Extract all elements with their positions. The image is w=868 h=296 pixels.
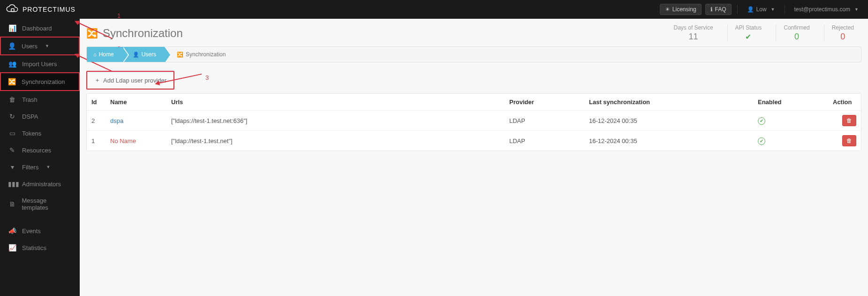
stats-icon: 📈 bbox=[8, 244, 16, 251]
breadcrumb-label: Home bbox=[99, 51, 114, 58]
cell-id: 1 bbox=[87, 131, 106, 151]
topbar: PROTECTIMUS ☀Licensing ℹFAQ 👤Low▼ test@p… bbox=[0, 0, 868, 19]
status-menu[interactable]: 👤Low▼ bbox=[743, 6, 779, 13]
status-label: Low bbox=[756, 6, 767, 13]
plus-icon: ＋ bbox=[94, 76, 100, 84]
divider bbox=[0, 216, 80, 222]
sidebar-item-resources[interactable]: ✎Resources bbox=[0, 142, 80, 159]
separator bbox=[785, 5, 785, 14]
refresh-icon: ↻ bbox=[8, 113, 16, 120]
table-body: 2dspa["ldaps://test-1.test.net:636"]LDAP… bbox=[87, 111, 861, 151]
sidebar-item-filters[interactable]: ▾Filters▼ bbox=[0, 159, 80, 175]
sidebar-item-trash[interactable]: 🗑Trash bbox=[0, 91, 80, 108]
cell-last-sync: 16-12-2024 00:35 bbox=[584, 111, 753, 131]
stats-bar: Days of Service 11 API Status ✔ Confirme… bbox=[666, 24, 861, 42]
stat-label: Days of Service bbox=[674, 24, 713, 31]
trash-icon: 🗑 bbox=[846, 117, 852, 124]
megaphone-icon: 📣 bbox=[8, 227, 16, 235]
separator bbox=[737, 5, 738, 14]
sidebar-label: Synchronization bbox=[22, 78, 65, 85]
sidebar-item-dspa[interactable]: ↻DSPA bbox=[0, 108, 80, 125]
sync-icon: 🔀 bbox=[86, 28, 98, 39]
faq-button[interactable]: ℹFAQ bbox=[705, 4, 732, 15]
user-icon: 👤 bbox=[133, 52, 139, 58]
sidebar-item-administrators[interactable]: ▮▮▮Administrators bbox=[0, 175, 80, 192]
breadcrumb-current: 🔀Synchronization bbox=[165, 47, 234, 62]
check-circle-icon: ✔ bbox=[758, 137, 765, 145]
brand-logo[interactable]: PROTECTIMUS bbox=[6, 4, 75, 15]
cell-enabled: ✔ bbox=[753, 131, 828, 151]
sidebar-item-message-templates[interactable]: 🗎Message templates bbox=[0, 192, 80, 216]
topbar-right: ☀Licensing ℹFAQ 👤Low▼ test@protectimus.c… bbox=[660, 4, 862, 15]
stat-value: 0 bbox=[784, 32, 809, 42]
chevron-down-icon: ▼ bbox=[771, 7, 775, 12]
cell-last-sync: 16-12-2024 00:35 bbox=[584, 131, 753, 151]
layout: 📊Dashboard 👤Users▼ 👥Import Users 🔀Synchr… bbox=[0, 19, 868, 296]
cell-action: 🗑 bbox=[828, 131, 861, 151]
licensing-label: Licensing bbox=[672, 6, 696, 13]
provider-name-link[interactable]: dspa bbox=[110, 117, 123, 124]
cell-provider: LDAP bbox=[505, 131, 584, 151]
sidebar-label: Administrators bbox=[22, 181, 61, 188]
group-icon: 👥 bbox=[8, 60, 16, 68]
user-icon: 👤 bbox=[747, 6, 754, 13]
home-icon: ⌂ bbox=[93, 52, 97, 57]
sidebar-item-statistics[interactable]: 📈Statistics bbox=[0, 239, 80, 256]
delete-button[interactable]: 🗑 bbox=[842, 135, 856, 146]
breadcrumb: ⌂Home 👤Users 🔀Synchronization bbox=[86, 46, 861, 62]
sidebar-label: Tokens bbox=[22, 130, 41, 137]
provider-name-link[interactable]: No Name bbox=[110, 137, 136, 144]
sidebar-item-events[interactable]: 📣Events bbox=[0, 222, 80, 239]
add-button-label: Add Ldap user provider bbox=[103, 77, 166, 84]
th-id: Id bbox=[87, 94, 106, 111]
delete-button[interactable]: 🗑 bbox=[842, 115, 856, 126]
sidebar-item-import-users[interactable]: 👥Import Users bbox=[0, 55, 80, 72]
chevron-down-icon: ▼ bbox=[45, 44, 49, 48]
add-ldap-provider-button[interactable]: ＋ Add Ldap user provider bbox=[87, 72, 174, 89]
page-title: Synchronization bbox=[103, 27, 183, 40]
filter-icon: ▾ bbox=[8, 163, 16, 171]
sidebar: 📊Dashboard 👤Users▼ 👥Import Users 🔀Synchr… bbox=[0, 19, 80, 296]
bars-icon: ▮▮▮ bbox=[8, 180, 16, 188]
breadcrumb-home[interactable]: ⌂Home bbox=[87, 47, 122, 62]
table-header-row: Id Name Urls Provider Last synchronizati… bbox=[87, 94, 861, 111]
account-menu[interactable]: test@protectimus.com▼ bbox=[791, 6, 862, 13]
trash-icon: 🗑 bbox=[846, 137, 852, 144]
cell-name: No Name bbox=[106, 131, 166, 151]
sidebar-item-synchronization[interactable]: 🔀Synchronization bbox=[0, 72, 80, 91]
sidebar-label: Resources bbox=[22, 147, 51, 154]
th-last-sync: Last synchronization bbox=[584, 94, 753, 111]
sidebar-label: Users bbox=[22, 43, 38, 50]
licensing-button[interactable]: ☀Licensing bbox=[660, 4, 702, 15]
user-icon: 👤 bbox=[8, 42, 16, 50]
stat-rejected: Rejected 0 bbox=[824, 24, 861, 42]
stat-value: 0 bbox=[832, 32, 854, 42]
sidebar-item-users[interactable]: 👤Users▼ bbox=[0, 37, 80, 55]
th-name: Name bbox=[106, 94, 166, 111]
providers-table-container: Id Name Urls Provider Last synchronizati… bbox=[86, 93, 861, 151]
stat-label: Confirmed bbox=[784, 24, 809, 31]
cell-urls: ["ldaps://test-1.test.net:636"] bbox=[166, 111, 505, 131]
chevron-down-icon: ▼ bbox=[854, 7, 859, 12]
sidebar-label: Filters bbox=[22, 164, 38, 171]
table-head: Id Name Urls Provider Last synchronizati… bbox=[87, 94, 861, 111]
page-header: 🔀 Synchronization Days of Service 11 API… bbox=[86, 24, 861, 42]
sidebar-item-tokens[interactable]: ▭Tokens bbox=[0, 125, 80, 142]
document-icon: 🗎 bbox=[8, 200, 16, 208]
add-button-highlight: ＋ Add Ldap user provider bbox=[86, 71, 174, 90]
th-urls: Urls bbox=[166, 94, 505, 111]
breadcrumb-label: Users bbox=[142, 51, 156, 58]
stat-label: Rejected bbox=[832, 24, 854, 31]
stat-confirmed: Confirmed 0 bbox=[776, 24, 817, 42]
stat-days: Days of Service 11 bbox=[666, 24, 721, 42]
page-title-wrap: 🔀 Synchronization bbox=[86, 27, 183, 40]
main-content: 1 2 3 🔀 Synchronization Days of Service … bbox=[80, 19, 868, 296]
sidebar-label: Events bbox=[22, 228, 41, 235]
sidebar-item-dashboard[interactable]: 📊Dashboard bbox=[0, 20, 80, 37]
faq-label: FAQ bbox=[715, 6, 726, 13]
sun-icon: ☀ bbox=[665, 6, 670, 13]
stat-value: ✔ bbox=[735, 32, 762, 42]
brand-name: PROTECTIMUS bbox=[23, 6, 75, 13]
check-icon: ✔ bbox=[745, 33, 751, 41]
breadcrumb-label: Synchronization bbox=[186, 51, 226, 58]
